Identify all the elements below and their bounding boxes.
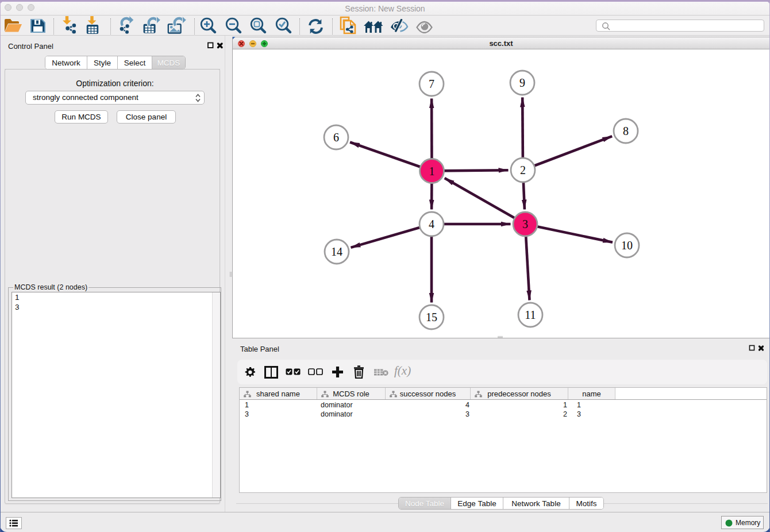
svg-text:8: 8: [623, 125, 629, 137]
svg-text:4: 4: [429, 218, 434, 230]
svg-text:15: 15: [426, 311, 437, 323]
svg-text:3: 3: [522, 218, 528, 230]
svg-text:14: 14: [331, 245, 342, 258]
svg-text:7: 7: [429, 78, 434, 90]
svg-text:10: 10: [621, 239, 633, 252]
svg-text:9: 9: [519, 76, 525, 89]
svg-text:11: 11: [525, 309, 536, 321]
svg-text:2: 2: [520, 164, 526, 176]
svg-text:1: 1: [429, 165, 435, 178]
svg-text:6: 6: [333, 131, 339, 144]
